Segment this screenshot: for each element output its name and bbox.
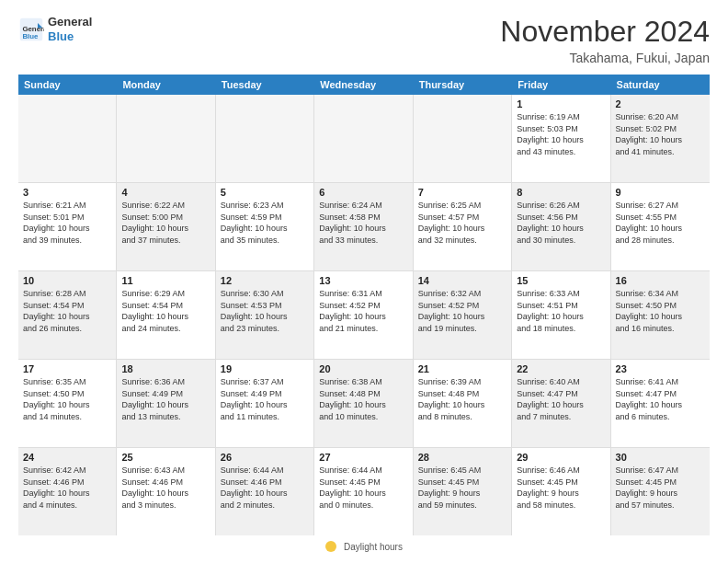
day-number: 28 <box>418 452 506 463</box>
header-day-monday: Monday <box>117 75 215 95</box>
header-day-friday: Friday <box>512 75 610 95</box>
day-number: 17 <box>23 363 111 374</box>
calendar-cell-4: 4Sunrise: 6:22 AM Sunset: 5:00 PM Daylig… <box>117 183 215 270</box>
calendar-cell-21: 21Sunrise: 6:39 AM Sunset: 4:48 PM Dayli… <box>414 360 512 447</box>
day-info: Sunrise: 6:44 AM Sunset: 4:45 PM Dayligh… <box>319 465 407 511</box>
calendar-cell-7: 7Sunrise: 6:25 AM Sunset: 4:57 PM Daylig… <box>414 183 512 270</box>
day-info: Sunrise: 6:31 AM Sunset: 4:52 PM Dayligh… <box>319 288 407 334</box>
calendar-cell-24: 24Sunrise: 6:42 AM Sunset: 4:46 PM Dayli… <box>18 448 117 535</box>
day-number: 20 <box>319 363 407 374</box>
header-day-tuesday: Tuesday <box>216 75 314 95</box>
day-number: 9 <box>616 187 705 198</box>
calendar-body: 1Sunrise: 6:19 AM Sunset: 5:03 PM Daylig… <box>18 95 710 535</box>
month-title: November 2024 <box>500 15 710 49</box>
calendar-cell-15: 15Sunrise: 6:33 AM Sunset: 4:51 PM Dayli… <box>512 271 610 359</box>
calendar-row-5: 24Sunrise: 6:42 AM Sunset: 4:46 PM Dayli… <box>18 448 710 535</box>
header-day-wednesday: Wednesday <box>314 75 413 95</box>
day-number: 18 <box>121 363 210 374</box>
day-info: Sunrise: 6:47 AM Sunset: 4:45 PM Dayligh… <box>616 465 705 511</box>
calendar-cell-12: 12Sunrise: 6:30 AM Sunset: 4:53 PM Dayli… <box>216 271 314 359</box>
calendar-cell-empty <box>117 95 215 182</box>
calendar-cell-2: 2Sunrise: 6:20 AM Sunset: 5:02 PM Daylig… <box>611 95 710 182</box>
day-info: Sunrise: 6:40 AM Sunset: 4:47 PM Dayligh… <box>517 376 605 422</box>
day-info: Sunrise: 6:42 AM Sunset: 4:46 PM Dayligh… <box>23 465 111 511</box>
day-number: 19 <box>221 363 309 374</box>
day-info: Sunrise: 6:30 AM Sunset: 4:53 PM Dayligh… <box>221 288 309 334</box>
calendar-cell-26: 26Sunrise: 6:44 AM Sunset: 4:46 PM Dayli… <box>216 448 314 535</box>
day-number: 15 <box>517 275 605 286</box>
day-info: Sunrise: 6:19 AM Sunset: 5:03 PM Dayligh… <box>517 111 605 157</box>
calendar-cell-28: 28Sunrise: 6:45 AM Sunset: 4:45 PM Dayli… <box>414 448 512 535</box>
calendar-header: SundayMondayTuesdayWednesdayThursdayFrid… <box>18 75 710 95</box>
logo-text-general: General <box>48 15 92 29</box>
header-day-saturday: Saturday <box>611 75 710 95</box>
calendar-cell-17: 17Sunrise: 6:35 AM Sunset: 4:50 PM Dayli… <box>18 360 117 447</box>
calendar-cell-16: 16Sunrise: 6:34 AM Sunset: 4:50 PM Dayli… <box>611 271 710 359</box>
day-info: Sunrise: 6:29 AM Sunset: 4:54 PM Dayligh… <box>121 288 210 334</box>
calendar-cell-empty <box>18 95 117 182</box>
day-number: 23 <box>616 363 705 374</box>
day-info: Sunrise: 6:24 AM Sunset: 4:58 PM Dayligh… <box>319 200 407 246</box>
calendar-cell-empty <box>314 95 413 182</box>
day-info: Sunrise: 6:22 AM Sunset: 5:00 PM Dayligh… <box>121 200 210 246</box>
day-number: 7 <box>418 187 506 198</box>
day-number: 12 <box>221 275 309 286</box>
calendar-cell-23: 23Sunrise: 6:41 AM Sunset: 4:47 PM Dayli… <box>611 360 710 447</box>
day-info: Sunrise: 6:20 AM Sunset: 5:02 PM Dayligh… <box>616 111 705 157</box>
calendar-cell-8: 8Sunrise: 6:26 AM Sunset: 4:56 PM Daylig… <box>512 183 610 270</box>
calendar-cell-18: 18Sunrise: 6:36 AM Sunset: 4:49 PM Dayli… <box>117 360 215 447</box>
day-info: Sunrise: 6:46 AM Sunset: 4:45 PM Dayligh… <box>517 465 605 511</box>
calendar-row-4: 17Sunrise: 6:35 AM Sunset: 4:50 PM Dayli… <box>18 360 710 448</box>
day-number: 11 <box>121 275 210 286</box>
day-info: Sunrise: 6:37 AM Sunset: 4:49 PM Dayligh… <box>221 376 309 422</box>
day-number: 5 <box>221 187 309 198</box>
day-info: Sunrise: 6:45 AM Sunset: 4:45 PM Dayligh… <box>418 465 506 511</box>
calendar-cell-29: 29Sunrise: 6:46 AM Sunset: 4:45 PM Dayli… <box>512 448 610 535</box>
svg-text:Blue: Blue <box>22 31 39 40</box>
day-info: Sunrise: 6:26 AM Sunset: 4:56 PM Dayligh… <box>517 200 605 246</box>
calendar-row-1: 1Sunrise: 6:19 AM Sunset: 5:03 PM Daylig… <box>18 95 710 183</box>
day-info: Sunrise: 6:33 AM Sunset: 4:51 PM Dayligh… <box>517 288 605 334</box>
day-info: Sunrise: 6:43 AM Sunset: 4:46 PM Dayligh… <box>121 465 210 511</box>
day-info: Sunrise: 6:36 AM Sunset: 4:49 PM Dayligh… <box>121 376 210 422</box>
day-number: 27 <box>319 452 407 463</box>
legend: Daylight hours <box>18 535 710 554</box>
calendar-cell-20: 20Sunrise: 6:38 AM Sunset: 4:48 PM Dayli… <box>314 360 413 447</box>
day-number: 3 <box>23 187 111 198</box>
calendar-row-3: 10Sunrise: 6:28 AM Sunset: 4:54 PM Dayli… <box>18 271 710 360</box>
day-number: 10 <box>23 275 111 286</box>
day-number: 24 <box>23 452 111 463</box>
calendar-cell-14: 14Sunrise: 6:32 AM Sunset: 4:52 PM Dayli… <box>414 271 512 359</box>
day-number: 16 <box>616 275 705 286</box>
day-info: Sunrise: 6:32 AM Sunset: 4:52 PM Dayligh… <box>418 288 506 334</box>
calendar-cell-5: 5Sunrise: 6:23 AM Sunset: 4:59 PM Daylig… <box>216 183 314 270</box>
day-number: 2 <box>616 98 705 109</box>
calendar-cell-9: 9Sunrise: 6:27 AM Sunset: 4:55 PM Daylig… <box>611 183 710 270</box>
legend-dot <box>325 541 336 552</box>
page: General Blue General Blue November 2024 … <box>0 0 728 563</box>
calendar-cell-13: 13Sunrise: 6:31 AM Sunset: 4:52 PM Dayli… <box>314 271 413 359</box>
calendar-cell-11: 11Sunrise: 6:29 AM Sunset: 4:54 PM Dayli… <box>117 271 215 359</box>
calendar-cell-22: 22Sunrise: 6:40 AM Sunset: 4:47 PM Dayli… <box>512 360 610 447</box>
day-info: Sunrise: 6:27 AM Sunset: 4:55 PM Dayligh… <box>616 200 705 246</box>
title-block: November 2024 Takahama, Fukui, Japan <box>500 15 710 65</box>
day-info: Sunrise: 6:21 AM Sunset: 5:01 PM Dayligh… <box>23 200 111 246</box>
header-day-thursday: Thursday <box>414 75 512 95</box>
day-number: 29 <box>517 452 605 463</box>
day-info: Sunrise: 6:25 AM Sunset: 4:57 PM Dayligh… <box>418 200 506 246</box>
header: General Blue General Blue November 2024 … <box>18 15 710 65</box>
day-number: 22 <box>517 363 605 374</box>
day-info: Sunrise: 6:44 AM Sunset: 4:46 PM Dayligh… <box>221 465 309 511</box>
day-info: Sunrise: 6:41 AM Sunset: 4:47 PM Dayligh… <box>616 376 705 422</box>
day-number: 21 <box>418 363 506 374</box>
day-number: 30 <box>616 452 705 463</box>
day-info: Sunrise: 6:28 AM Sunset: 4:54 PM Dayligh… <box>23 288 111 334</box>
calendar-cell-10: 10Sunrise: 6:28 AM Sunset: 4:54 PM Dayli… <box>18 271 117 359</box>
calendar-cell-empty <box>414 95 512 182</box>
calendar-cell-empty <box>216 95 314 182</box>
day-number: 6 <box>319 187 407 198</box>
day-number: 26 <box>221 452 309 463</box>
day-number: 4 <box>121 187 210 198</box>
location: Takahama, Fukui, Japan <box>500 51 710 65</box>
day-number: 13 <box>319 275 407 286</box>
